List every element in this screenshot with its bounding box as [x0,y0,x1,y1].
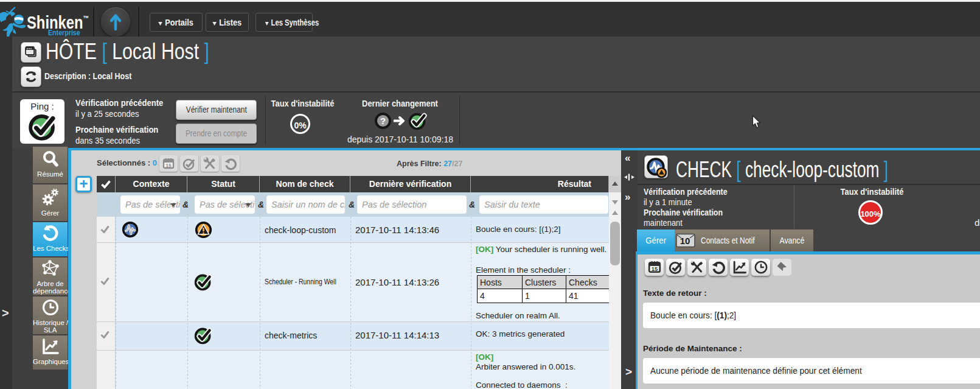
svg-text:10: 10 [680,236,690,246]
svg-text:15: 15 [651,266,657,272]
svg-text:15: 15 [165,163,172,169]
svg-text:?: ? [380,116,386,126]
